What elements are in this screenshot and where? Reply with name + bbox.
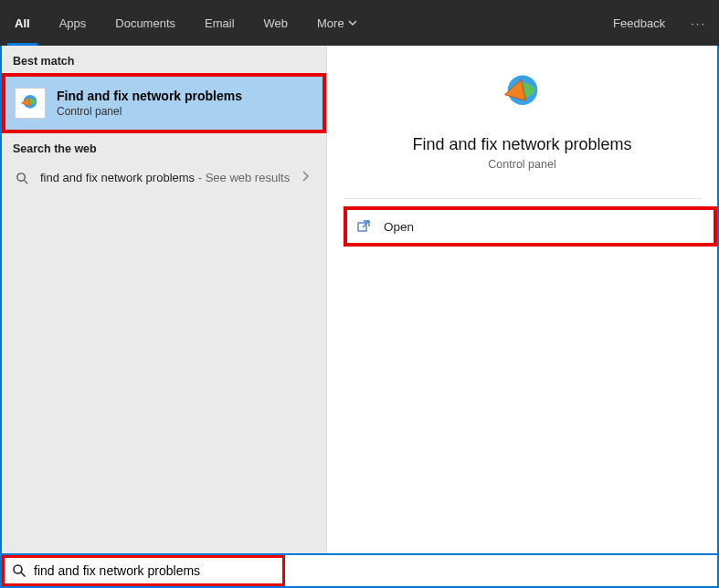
svg-point-1 [16, 173, 24, 180]
network-troubleshoot-icon [15, 88, 46, 119]
section-search-web: Search the web [2, 133, 326, 161]
best-match-title: Find and fix network problems [57, 89, 242, 103]
search-input-wrapper[interactable] [2, 555, 285, 586]
detail-title: Find and fix network problems [327, 135, 717, 154]
search-bar [0, 553, 719, 588]
results-list: Best match Find and fix network problems… [2, 46, 326, 553]
svg-point-5 [14, 565, 22, 573]
tab-more-label: More [317, 16, 344, 30]
svg-line-2 [24, 180, 27, 184]
ellipsis-icon: ··· [691, 16, 706, 30]
result-detail-pane: Find and fix network problems Control pa… [326, 46, 717, 553]
web-result-text: find and fix network problems - See web … [40, 170, 295, 186]
best-match-result[interactable]: Find and fix network problems Control pa… [2, 73, 326, 133]
chevron-right-icon[interactable] [295, 170, 315, 186]
search-icon [12, 563, 26, 578]
tab-email[interactable]: Email [190, 0, 249, 46]
search-scope-tabs: All Apps Documents Email Web More Feedba… [0, 0, 719, 46]
divider [344, 198, 701, 199]
search-icon [13, 172, 31, 185]
network-troubleshoot-icon [497, 68, 548, 119]
tab-more[interactable]: More [302, 0, 372, 46]
tab-documents[interactable]: Documents [100, 0, 190, 46]
options-menu-button[interactable]: ··· [678, 0, 719, 46]
best-match-subtitle: Control panel [57, 105, 242, 118]
detail-subtitle: Control panel [327, 158, 717, 171]
feedback-link[interactable]: Feedback [600, 0, 678, 46]
web-result-query: find and fix network problems [40, 171, 195, 184]
svg-rect-4 [358, 223, 366, 231]
tab-web[interactable]: Web [249, 0, 303, 46]
tab-all[interactable]: All [0, 0, 45, 46]
web-search-result[interactable]: find and fix network problems - See web … [2, 161, 326, 195]
section-best-match: Best match [2, 46, 326, 73]
open-icon [356, 219, 371, 234]
open-action[interactable]: Open [344, 206, 717, 247]
web-result-suffix: - See web results [195, 171, 290, 184]
chevron-down-icon [348, 18, 357, 27]
best-match-text: Find and fix network problems Control pa… [57, 89, 242, 118]
search-results-panel: Best match Find and fix network problems… [0, 46, 719, 553]
open-label: Open [384, 220, 414, 234]
tab-apps[interactable]: Apps [45, 0, 101, 46]
search-input[interactable] [34, 563, 275, 578]
svg-line-6 [21, 572, 26, 577]
